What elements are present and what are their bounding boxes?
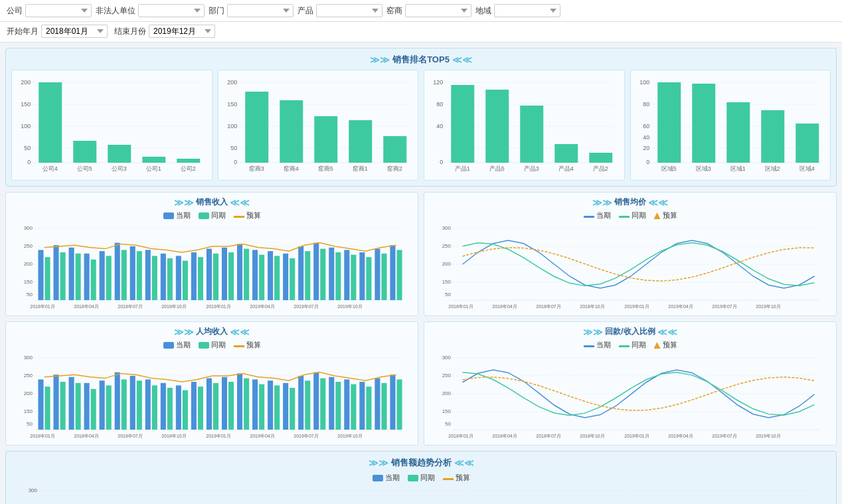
svg-rect-34 (383, 136, 406, 163)
svg-rect-213 (335, 382, 341, 430)
svg-rect-186 (130, 376, 135, 430)
top5-title-bar: ≫≫ 销售排名TOP5 ≪≪ (11, 54, 831, 66)
company-bar-chart: 200 150 100 50 0 (16, 74, 208, 174)
department-select[interactable] (227, 4, 294, 17)
svg-text:2019年01月: 2019年01月 (206, 434, 230, 438)
svg-text:300: 300 (29, 487, 38, 493)
pc-legend-current: 当期 (163, 340, 191, 350)
filter-row-1: 公司 非法人单位 部门 产品 窑商 地域 (0, 0, 842, 22)
svg-text:窑商2: 窑商2 (386, 165, 402, 172)
svg-text:2018年01月: 2018年01月 (448, 304, 473, 309)
svg-rect-191 (167, 388, 173, 430)
svg-text:2018年10月: 2018年10月 (161, 434, 186, 438)
trend-deco-right: ≪≪ (454, 458, 474, 468)
refund-ratio-title: ≫≫ 回款/收入比例 ≪≪ (428, 326, 832, 337)
svg-rect-115 (228, 252, 234, 300)
svg-rect-198 (222, 377, 227, 430)
non-legal-filter: 非法人单位 (96, 4, 205, 17)
pc-legend-budget-line (234, 345, 244, 347)
supplier-label: 窑商 (386, 5, 402, 17)
product-select[interactable] (316, 4, 382, 17)
supplier-select[interactable] (405, 4, 471, 17)
svg-rect-190 (161, 383, 166, 430)
avg-price-chart: 300 250 200 150 50 2018年01月 2018年04月 201… (428, 223, 832, 309)
region-select[interactable] (494, 4, 560, 17)
trend-legend-current-color (373, 475, 383, 481)
company-select[interactable] (25, 4, 92, 17)
svg-rect-176 (53, 375, 58, 430)
trend-legend-budget-line (443, 478, 454, 480)
svg-text:产品3: 产品3 (524, 165, 539, 172)
svg-rect-196 (207, 378, 212, 430)
svg-rect-10 (39, 82, 62, 163)
svg-text:300: 300 (442, 355, 452, 361)
trend-panel: ≫≫ 销售额趋势分析 ≪≪ 当期 同期 预算 300 250 200 150 (5, 451, 837, 504)
deco-left2: ≫≫ (592, 197, 612, 208)
pc-legend-same-color (199, 342, 209, 349)
top5-charts-row: 200 150 100 50 0 (11, 70, 831, 181)
per-capita-legend: 当期 同期 预算 (10, 340, 414, 350)
svg-text:40: 40 (436, 123, 443, 129)
svg-text:2018年10月: 2018年10月 (580, 434, 604, 438)
non-legal-select[interactable] (138, 4, 205, 17)
svg-rect-12 (108, 145, 131, 163)
top5-title: ≫≫ 销售排名TOP5 ≪≪ (370, 54, 472, 66)
svg-rect-216 (359, 382, 365, 430)
svg-text:产品2: 产品2 (593, 165, 608, 172)
svg-rect-179 (76, 383, 81, 430)
deco-right2: ≪≪ (648, 197, 668, 208)
department-label: 部门 (209, 5, 224, 17)
start-date-select[interactable]: 2018年01月 (41, 25, 108, 38)
svg-rect-70 (657, 82, 681, 163)
svg-text:2019年04月: 2019年04月 (250, 434, 274, 438)
svg-rect-206 (283, 383, 288, 430)
per-capita-chart: 300 250 200 150 50 2018年01月 2018年04月 201… (10, 353, 414, 439)
per-capita-panel: ≫≫ 人均收入 ≪≪ 当期 同期 预算 300 (5, 321, 418, 446)
svg-rect-220 (390, 375, 395, 430)
svg-rect-204 (268, 380, 273, 430)
svg-rect-175 (45, 386, 50, 430)
end-date-select[interactable]: 2019年12月 (149, 25, 215, 38)
supplier-filter: 窑商 (386, 4, 471, 17)
per-capita-title: ≫≫ 人均收入 ≪≪ (10, 326, 414, 337)
svg-text:2019年07月: 2019年07月 (712, 304, 736, 309)
region-filter: 地域 (475, 4, 560, 17)
svg-text:2018年01月: 2018年01月 (448, 434, 473, 438)
svg-rect-112 (207, 249, 212, 300)
svg-rect-137 (396, 250, 402, 300)
svg-text:2019年10月: 2019年10月 (337, 304, 362, 309)
svg-rect-52 (554, 144, 578, 163)
svg-text:区域1: 区域1 (730, 165, 745, 172)
svg-rect-118 (252, 250, 258, 300)
svg-text:250: 250 (24, 373, 33, 378)
svg-rect-13 (142, 157, 165, 163)
avg-price-panel: ≫≫ 销售均价 ≪≪ 当期 同期 预算 300 (424, 192, 837, 316)
svg-text:50: 50 (230, 145, 237, 151)
svg-text:2018年04月: 2018年04月 (492, 434, 517, 438)
end-date-label: 结束月份 (114, 26, 146, 37)
svg-rect-49 (451, 85, 474, 163)
svg-text:2018年07月: 2018年07月 (118, 304, 142, 309)
svg-text:150: 150 (21, 101, 31, 108)
svg-rect-92 (53, 245, 58, 300)
deco-right3: ≪≪ (230, 327, 250, 337)
svg-rect-126 (313, 243, 319, 300)
svg-text:2018年04月: 2018年04月 (492, 304, 517, 309)
svg-text:250: 250 (442, 373, 452, 378)
rr-legend-same-line (619, 345, 630, 347)
svg-text:100: 100 (21, 123, 31, 129)
legend-same: 同期 (199, 210, 226, 220)
svg-rect-183 (106, 385, 112, 430)
svg-rect-106 (161, 254, 166, 300)
avg-legend-budget: 预算 (654, 210, 677, 220)
mid-row-1: ≫≫ 销售收入 ≪≪ 当期 同期 预算 30 (5, 192, 837, 316)
trend-deco-left: ≫≫ (369, 458, 388, 468)
avg-price-title: ≫≫ 销售均价 ≪≪ (428, 197, 832, 208)
trend-chart: 300 250 200 150 50 2018年01月 2018年03月 201… (11, 485, 831, 504)
svg-text:2018年10月: 2018年10月 (580, 304, 604, 309)
svg-rect-101 (122, 250, 127, 300)
svg-text:150: 150 (442, 408, 452, 414)
svg-text:200: 200 (442, 261, 452, 267)
pc-legend-budget: 预算 (234, 340, 261, 350)
deco-left3: ≫≫ (174, 327, 194, 337)
